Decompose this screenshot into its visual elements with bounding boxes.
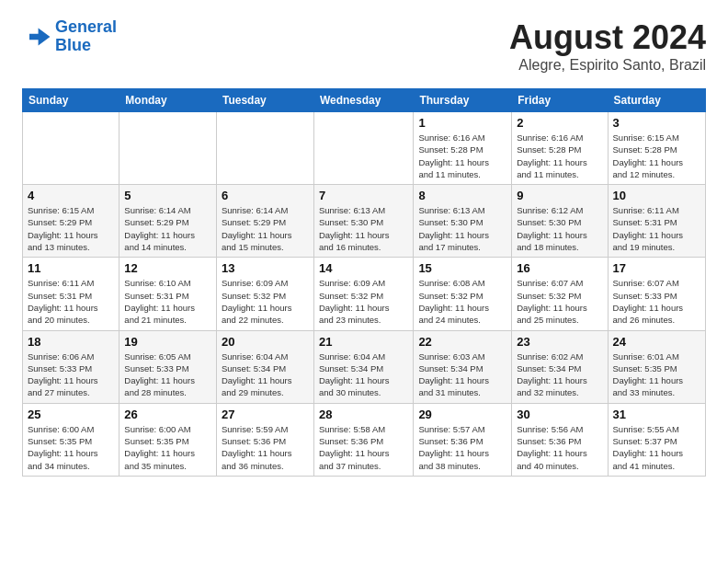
day-info: Sunrise: 6:15 AM Sunset: 5:29 PM Dayligh… [28,204,114,253]
day-info: Sunrise: 6:16 AM Sunset: 5:28 PM Dayligh… [418,132,506,180]
day-number: 13 [222,261,309,275]
page: General Blue August 2024 Alegre, Espirit… [0,0,728,491]
day-info: Sunrise: 6:02 AM Sunset: 5:34 PM Dayligh… [517,350,602,399]
calendar: SundayMondayTuesdayWednesdayThursdayFrid… [22,88,706,477]
title-block: August 2024 Alegre, Espirito Santo, Braz… [509,18,706,74]
header: General Blue August 2024 Alegre, Espirit… [22,18,706,74]
day-number: 1 [418,116,506,130]
logo-line2: Blue [55,36,91,54]
logo-icon [22,22,51,52]
day-number: 19 [124,335,211,349]
day-info: Sunrise: 6:16 AM Sunset: 5:28 PM Dayligh… [517,132,602,180]
day-number: 4 [28,189,114,202]
week-row-2: 4Sunrise: 6:15 AM Sunset: 5:29 PM Daylig… [23,185,706,258]
calendar-cell: 18Sunrise: 6:06 AM Sunset: 5:33 PM Dayli… [23,330,119,403]
day-info: Sunrise: 6:07 AM Sunset: 5:33 PM Dayligh… [613,277,700,326]
weekday-header-sunday: Sunday [23,89,119,112]
weekday-header-wednesday: Wednesday [313,89,413,112]
calendar-cell: 24Sunrise: 6:01 AM Sunset: 5:35 PM Dayli… [608,330,705,403]
calendar-cell [23,112,119,185]
calendar-cell: 28Sunrise: 5:58 AM Sunset: 5:36 PM Dayli… [313,403,413,476]
calendar-cell [119,112,217,185]
day-number: 17 [613,261,700,275]
day-number: 25 [28,408,114,421]
calendar-cell: 30Sunrise: 5:56 AM Sunset: 5:36 PM Dayli… [512,403,608,476]
day-number: 11 [28,261,114,275]
day-number: 20 [222,335,309,349]
day-number: 18 [28,335,114,349]
calendar-cell: 17Sunrise: 6:07 AM Sunset: 5:33 PM Dayli… [608,258,705,330]
day-number: 9 [517,189,602,202]
week-row-4: 18Sunrise: 6:06 AM Sunset: 5:33 PM Dayli… [23,330,706,403]
day-info: Sunrise: 6:00 AM Sunset: 5:35 PM Dayligh… [124,423,211,472]
calendar-cell: 16Sunrise: 6:07 AM Sunset: 5:32 PM Dayli… [512,258,608,330]
day-number: 3 [613,116,700,130]
weekday-header-monday: Monday [119,89,217,112]
calendar-cell: 31Sunrise: 5:55 AM Sunset: 5:37 PM Dayli… [608,403,705,476]
day-info: Sunrise: 5:57 AM Sunset: 5:36 PM Dayligh… [418,423,506,472]
calendar-cell: 25Sunrise: 6:00 AM Sunset: 5:35 PM Dayli… [23,403,119,476]
calendar-cell [313,112,413,185]
day-number: 24 [613,335,700,349]
calendar-cell: 21Sunrise: 6:04 AM Sunset: 5:34 PM Dayli… [313,330,413,403]
logo-text: General Blue [55,18,117,55]
day-number: 23 [517,335,602,349]
day-info: Sunrise: 5:56 AM Sunset: 5:36 PM Dayligh… [517,423,602,472]
day-info: Sunrise: 6:06 AM Sunset: 5:33 PM Dayligh… [28,350,114,399]
day-number: 30 [517,408,602,421]
day-info: Sunrise: 6:14 AM Sunset: 5:29 PM Dayligh… [124,204,211,253]
day-number: 10 [613,189,700,202]
day-number: 26 [124,408,211,421]
calendar-cell: 22Sunrise: 6:03 AM Sunset: 5:34 PM Dayli… [414,330,512,403]
calendar-cell: 8Sunrise: 6:13 AM Sunset: 5:30 PM Daylig… [414,185,512,258]
calendar-cell [216,112,313,185]
day-number: 21 [319,335,408,349]
calendar-cell: 23Sunrise: 6:02 AM Sunset: 5:34 PM Dayli… [512,330,608,403]
day-info: Sunrise: 6:05 AM Sunset: 5:33 PM Dayligh… [124,350,211,399]
weekday-header-tuesday: Tuesday [216,89,313,112]
week-row-5: 25Sunrise: 6:00 AM Sunset: 5:35 PM Dayli… [23,403,706,476]
day-info: Sunrise: 6:01 AM Sunset: 5:35 PM Dayligh… [613,350,700,399]
calendar-cell: 5Sunrise: 6:14 AM Sunset: 5:29 PM Daylig… [119,185,217,258]
day-number: 29 [418,408,506,421]
calendar-cell: 4Sunrise: 6:15 AM Sunset: 5:29 PM Daylig… [23,185,119,258]
day-info: Sunrise: 6:09 AM Sunset: 5:32 PM Dayligh… [319,277,408,326]
day-number: 6 [222,189,309,202]
day-info: Sunrise: 5:59 AM Sunset: 5:36 PM Dayligh… [222,423,309,472]
day-info: Sunrise: 5:58 AM Sunset: 5:36 PM Dayligh… [319,423,408,472]
day-number: 28 [319,408,408,421]
week-row-1: 1Sunrise: 6:16 AM Sunset: 5:28 PM Daylig… [23,112,706,185]
day-info: Sunrise: 6:04 AM Sunset: 5:34 PM Dayligh… [319,350,408,399]
day-number: 22 [418,335,506,349]
calendar-cell: 20Sunrise: 6:04 AM Sunset: 5:34 PM Dayli… [216,330,313,403]
day-info: Sunrise: 6:08 AM Sunset: 5:32 PM Dayligh… [418,277,506,326]
weekday-header-thursday: Thursday [414,89,512,112]
calendar-cell: 26Sunrise: 6:00 AM Sunset: 5:35 PM Dayli… [119,403,217,476]
day-info: Sunrise: 6:10 AM Sunset: 5:31 PM Dayligh… [124,277,211,326]
day-number: 8 [418,189,506,202]
day-number: 15 [418,261,506,275]
day-info: Sunrise: 6:00 AM Sunset: 5:35 PM Dayligh… [28,423,114,472]
day-info: Sunrise: 6:15 AM Sunset: 5:28 PM Dayligh… [613,132,700,180]
calendar-cell: 29Sunrise: 5:57 AM Sunset: 5:36 PM Dayli… [414,403,512,476]
day-info: Sunrise: 6:07 AM Sunset: 5:32 PM Dayligh… [517,277,602,326]
day-number: 31 [613,408,700,421]
calendar-cell: 2Sunrise: 6:16 AM Sunset: 5:28 PM Daylig… [512,112,608,185]
logo-line1: General [55,17,117,36]
day-number: 2 [517,116,602,130]
day-number: 16 [517,261,602,275]
calendar-cell: 14Sunrise: 6:09 AM Sunset: 5:32 PM Dayli… [313,258,413,330]
day-number: 27 [222,408,309,421]
day-number: 12 [124,261,211,275]
month-year: August 2024 [509,18,706,57]
day-number: 14 [319,261,408,275]
day-number: 7 [319,189,408,202]
week-row-3: 11Sunrise: 6:11 AM Sunset: 5:31 PM Dayli… [23,258,706,330]
day-info: Sunrise: 6:14 AM Sunset: 5:29 PM Dayligh… [222,204,309,253]
svg-marker-0 [29,28,50,45]
location: Alegre, Espirito Santo, Brazil [509,57,706,74]
calendar-cell: 13Sunrise: 6:09 AM Sunset: 5:32 PM Dayli… [216,258,313,330]
calendar-cell: 12Sunrise: 6:10 AM Sunset: 5:31 PM Dayli… [119,258,217,330]
day-info: Sunrise: 6:03 AM Sunset: 5:34 PM Dayligh… [418,350,506,399]
day-number: 5 [124,189,211,202]
